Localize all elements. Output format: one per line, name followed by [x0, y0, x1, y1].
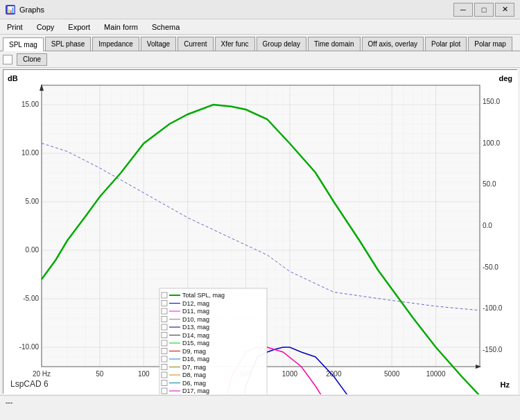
toolbar-checkbox[interactable] [3, 55, 12, 64]
window-title: Graphs [19, 6, 44, 14]
lspcad-watermark: LspCAD 6 [10, 379, 49, 389]
tab-impedance[interactable]: Impedance [92, 37, 139, 51]
tab-xfer-func[interactable]: Xfer func [215, 37, 255, 51]
title-bar: 📊 Graphs ─ □ ✕ [0, 0, 520, 19]
menu-copy[interactable]: Copy [33, 21, 59, 33]
y-axis-left-label: dB [8, 74, 18, 82]
chart-area: dB deg Hz LspCAD 6 [3, 69, 517, 394]
window-controls: ─ □ ✕ [453, 3, 514, 17]
y-axis-right-label: deg [499, 74, 512, 82]
tab-polar-map[interactable]: Polar map [468, 37, 512, 51]
maximize-button[interactable]: □ [474, 3, 494, 17]
app-icon: 📊 [6, 5, 15, 15]
tab-spl-phase[interactable]: SPL phase [45, 37, 92, 51]
tab-off-axis[interactable]: Off axis, overlay [362, 37, 424, 51]
tab-current[interactable]: Current [177, 37, 213, 51]
status-text: --- [6, 399, 12, 406]
tab-bar: SPL mag SPL phase Impedance Voltage Curr… [0, 35, 520, 51]
tab-time-domain[interactable]: Time domain [308, 37, 360, 51]
tab-spl-mag[interactable]: SPL mag [3, 37, 44, 51]
menu-export[interactable]: Export [64, 21, 94, 33]
minimize-button[interactable]: ─ [453, 3, 473, 17]
close-button[interactable]: ✕ [495, 3, 514, 17]
tab-group-delay[interactable]: Group delay [257, 37, 306, 51]
x-axis-label: Hz [501, 380, 510, 389]
menu-schema[interactable]: Schema [148, 21, 184, 33]
menu-main-form[interactable]: Main form [100, 21, 142, 33]
status-bar: --- [0, 395, 520, 409]
menu-print[interactable]: Print [3, 21, 27, 33]
clone-button[interactable]: Clone [17, 53, 47, 66]
chart-canvas [3, 70, 518, 394]
tab-voltage[interactable]: Voltage [141, 37, 176, 51]
toolbar: Clone [0, 51, 520, 68]
tab-polar-plot[interactable]: Polar plot [425, 37, 467, 51]
menu-bar: Print Copy Export Main form Schema [0, 19, 520, 35]
